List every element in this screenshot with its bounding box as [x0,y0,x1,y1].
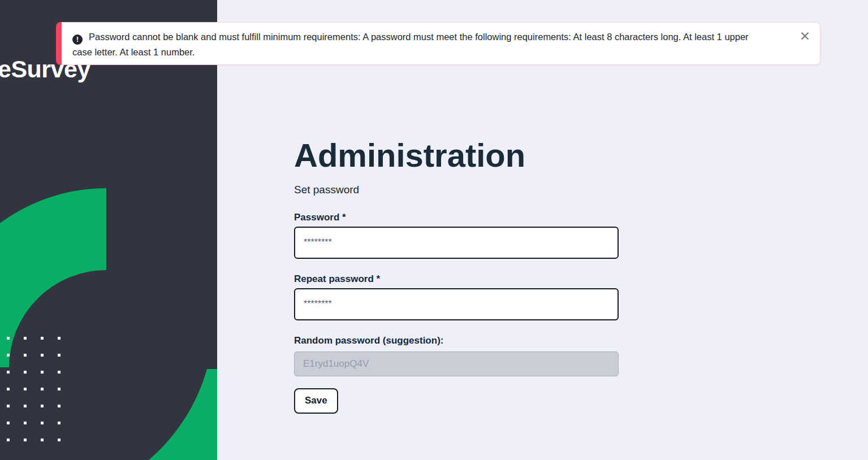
green-corner-shape [149,369,217,460]
set-password-form: Password * Repeat password * Random pass… [294,212,619,414]
alert-message-line2: case letter. At least 1 number. [72,47,195,57]
repeat-password-input[interactable] [294,288,619,320]
dots-pattern [7,337,61,441]
alert-message-line1: Password cannot be blank and must fulfil… [89,32,749,42]
screen: eSurvey Administration Set password Pass… [0,0,868,460]
alert-body: !Password cannot be blank and must fulfi… [62,22,821,65]
close-icon[interactable]: ✕ [800,30,810,43]
page-title: Administration [294,137,868,173]
alert-accent-stripe [56,22,62,65]
save-button[interactable]: Save [294,388,338,414]
page-subtitle: Set password [294,184,868,196]
repeat-password-label: Repeat password * [294,274,619,285]
sidebar: eSurvey [0,0,217,460]
random-password-field-group: Random password (suggestion): [294,335,619,376]
password-input[interactable] [294,227,619,259]
password-label: Password * [294,212,619,223]
main-content: Administration Set password Password * R… [217,0,868,460]
random-password-field [294,351,619,376]
random-password-label: Random password (suggestion): [294,335,619,346]
green-ring-shape [0,188,106,367]
alert-message: !Password cannot be blank and must fulfi… [62,23,820,67]
error-alert: !Password cannot be blank and must fulfi… [56,22,821,65]
exclamation-circle-icon: ! [72,34,83,45]
repeat-password-field-group: Repeat password * [294,274,619,320]
password-field-group: Password * [294,212,619,259]
